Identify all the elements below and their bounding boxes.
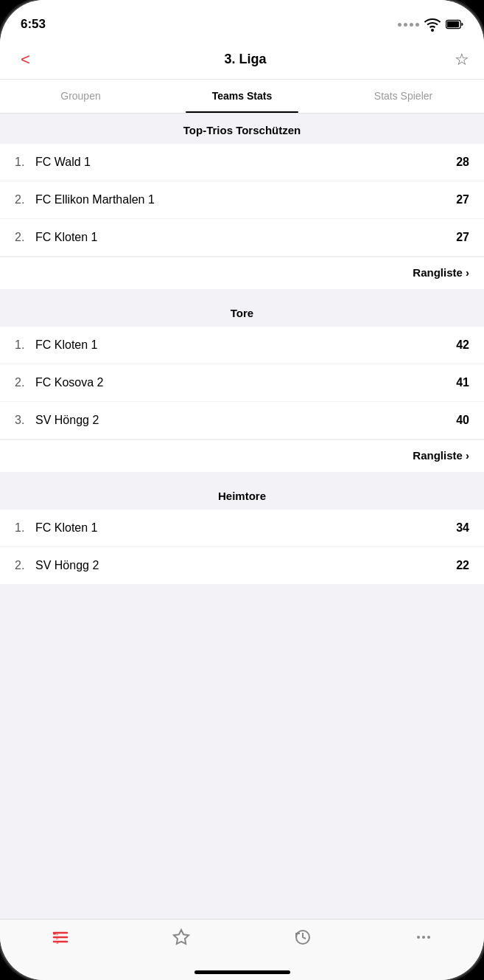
section-header-top-trios: Top-Trios Torschützen <box>0 114 484 144</box>
signal-dot-1 <box>398 23 401 27</box>
back-button[interactable]: < <box>15 47 36 72</box>
clock-icon <box>294 928 312 946</box>
bottom-tab-favorites[interactable] <box>121 927 242 948</box>
bottom-tab-history[interactable] <box>242 927 363 948</box>
bottom-tab-list[interactable]: 1 2 3 <box>0 927 121 948</box>
section-header-tore: Tore <box>0 296 484 327</box>
svg-rect-2 <box>447 21 459 28</box>
signal-dots <box>398 23 419 27</box>
status-time: 6:53 <box>21 17 46 32</box>
svg-point-12 <box>417 936 420 939</box>
list-item: 2. FC Kosova 2 41 <box>0 364 484 402</box>
list-item: 1. FC Kloten 1 42 <box>0 327 484 364</box>
more-icon <box>415 928 432 946</box>
tab-groupen[interactable]: Groupen <box>0 80 161 113</box>
favorite-button[interactable]: ☆ <box>455 50 469 69</box>
list-item: 2. FC Ellikon Marthalen 1 27 <box>0 181 484 219</box>
status-icons <box>398 15 463 33</box>
list-item: 1. FC Kloten 1 34 <box>0 510 484 547</box>
svg-point-14 <box>427 936 430 939</box>
wifi-icon <box>424 15 441 33</box>
section-header-heimtore: Heimtore <box>0 479 484 510</box>
list-icon: 1 2 3 <box>52 928 69 946</box>
home-indicator <box>194 970 290 974</box>
section-divider-2 <box>0 472 484 479</box>
tab-teams-stats[interactable]: Teams Stats <box>161 80 323 113</box>
signal-dot-2 <box>404 23 407 27</box>
phone-frame: 6:53 < 3. Liga <box>0 0 484 980</box>
svg-point-0 <box>432 29 433 31</box>
tab-stats-spieler[interactable]: Stats Spieler <box>323 80 484 113</box>
svg-point-13 <box>422 936 425 939</box>
list-item: 2. SV Höngg 2 22 <box>0 547 484 584</box>
signal-dot-3 <box>410 23 413 27</box>
list-item: 1. FC Wald 1 28 <box>0 144 484 181</box>
top-tab-bar: Groupen Teams Stats Stats Spieler <box>0 80 484 114</box>
section-card-tore: 1. FC Kloten 1 42 2. FC Kosova 2 41 3. S… <box>0 327 484 472</box>
star-icon <box>172 928 190 946</box>
status-bar: 6:53 <box>0 0 484 40</box>
svg-marker-10 <box>174 930 189 944</box>
bottom-tab-more[interactable] <box>363 927 484 948</box>
list-item: 3. SV Höngg 2 40 <box>0 402 484 439</box>
section-card-heimtore: 1. FC Kloten 1 34 2. SV Höngg 2 22 <box>0 510 484 584</box>
list-item: 2. FC Kloten 1 27 <box>0 219 484 257</box>
section-divider-1 <box>0 289 484 296</box>
section-card-top-trios: 1. FC Wald 1 28 2. FC Ellikon Marthalen … <box>0 144 484 289</box>
content-area: Top-Trios Torschützen 1. FC Wald 1 28 2.… <box>0 114 484 919</box>
signal-dot-4 <box>415 23 419 27</box>
nav-bar: < 3. Liga ☆ <box>0 40 484 80</box>
battery-icon <box>446 15 463 33</box>
nav-title: 3. Liga <box>224 52 266 67</box>
rangliste-top-trios[interactable]: Rangliste <box>0 257 484 289</box>
rangliste-tore[interactable]: Rangliste <box>0 439 484 472</box>
